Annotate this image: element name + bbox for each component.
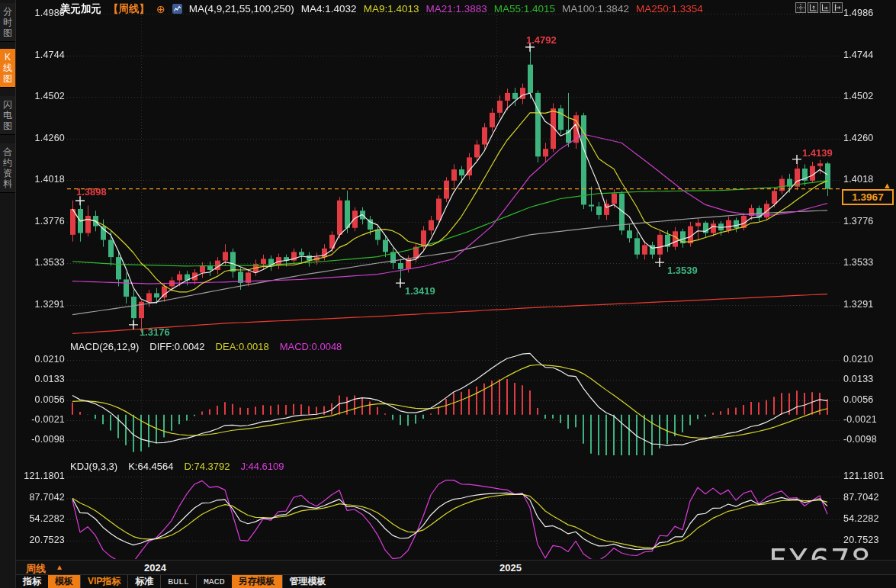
macd-macd-value: MACD:0.0048 bbox=[280, 341, 342, 352]
macd-dea-value: DEA:0.0018 bbox=[216, 341, 269, 352]
tab-indicators[interactable]: 指标 bbox=[16, 575, 48, 588]
pin-icon[interactable]: ⊕ bbox=[156, 5, 165, 14]
scale-axis-up-icon[interactable] bbox=[808, 2, 818, 13]
sidebar: 分时图K线图闪电图合约资料 bbox=[0, 0, 16, 588]
shift-right-icon[interactable] bbox=[832, 2, 843, 13]
sidebar-item-flash-chart[interactable]: 闪电图 bbox=[0, 96, 15, 135]
period-tag[interactable]: 【周线】 bbox=[108, 2, 149, 16]
macd-header: MACD(26,12,9) DIFF:0.0042 DEA:0.0018 MAC… bbox=[70, 341, 342, 352]
chart-canvas[interactable] bbox=[0, 0, 896, 588]
time-axis-row: 周线 ▲ 20242025 bbox=[16, 560, 896, 575]
ma250-value: MA250:1.3354 bbox=[636, 3, 703, 14]
kdj-title: KDJ(9,3,3) bbox=[70, 461, 117, 472]
tab-vip-indicators[interactable]: VIP指标 bbox=[80, 575, 127, 588]
ma100-value: MA100:1.3842 bbox=[562, 3, 629, 14]
kdj-j-value: J:44.6109 bbox=[240, 461, 284, 472]
trading-app: 1.49861.49861.47441.47441.45021.45021.42… bbox=[0, 0, 896, 588]
pan-icon[interactable] bbox=[795, 2, 806, 13]
ma-param-label: MA(4,9,21,55,100,250) bbox=[189, 3, 294, 14]
chart-toolbar bbox=[795, 2, 843, 13]
kdj-header: KDJ(9,3,3) K:64.4564 D:74.3792 J:44.6109 bbox=[70, 461, 284, 472]
tab-manage-template[interactable]: 管理模板 bbox=[282, 575, 333, 588]
scale-axis-right-icon[interactable] bbox=[820, 2, 830, 13]
ma55-value: MA55:1.4015 bbox=[494, 3, 555, 14]
ma4-value: MA4:1.4032 bbox=[301, 3, 357, 14]
price-up-arrow-icon: ▲ bbox=[883, 181, 891, 190]
tab-standard[interactable]: 标准 bbox=[127, 575, 160, 588]
ma21-value: MA21:1.3883 bbox=[426, 3, 487, 14]
chart-header: 美元加元 【周线】 ⊕ MA(4,9,21,55,100,250) MA4:1.… bbox=[60, 2, 703, 15]
tab-save-template[interactable]: 另存模板 bbox=[232, 575, 282, 588]
candlestick-chart-icon[interactable] bbox=[172, 4, 182, 14]
period-arrow-icon[interactable]: ▲ bbox=[56, 563, 63, 571]
ma9-value: MA9:1.4013 bbox=[364, 3, 419, 14]
kdj-k-value: K:64.4564 bbox=[128, 461, 173, 472]
bottom-tab-bar: 指标模板VIP指标标准BULLMACD另存模板管理模板 bbox=[16, 574, 896, 588]
year-axis-label: 2025 bbox=[499, 562, 522, 574]
macd-title: MACD(26,12,9) bbox=[70, 341, 139, 352]
sidebar-item-kline-chart[interactable]: K线图 bbox=[0, 49, 15, 88]
tab-macd[interactable]: MACD bbox=[196, 575, 232, 588]
macd-diff-value: DIFF:0.0042 bbox=[149, 341, 204, 352]
tab-bull[interactable]: BULL bbox=[160, 575, 196, 588]
sidebar-item-contract-info[interactable]: 合约资料 bbox=[0, 143, 15, 193]
tab-templates[interactable]: 模板 bbox=[48, 575, 80, 588]
kdj-d-value: D:74.3792 bbox=[184, 461, 230, 472]
current-price-box: 1.3967 bbox=[842, 189, 894, 205]
year-axis-label: 2024 bbox=[144, 562, 166, 574]
symbol-title: 美元加元 bbox=[60, 2, 101, 16]
sidebar-item-time-chart[interactable]: 分时图 bbox=[0, 3, 15, 42]
